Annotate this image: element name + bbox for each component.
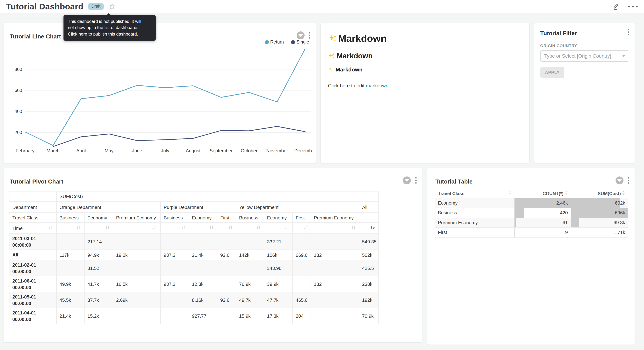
pivot-corner-cell [9,191,56,202]
filter-panel-title: Tutorial Filter [540,30,577,37]
pivot-dimension-label: Department [9,202,56,212]
filter-indicator-icon[interactable] [615,176,624,186]
pivot-sort-header[interactable] [189,223,217,234]
pivot-value-cell: 204 [292,308,311,324]
apply-filter-button[interactable]: APPLY [540,67,564,78]
pivot-sort-header-active[interactable] [359,223,378,234]
y-axis-label: 800 [14,67,22,72]
pivot-all-header: All [359,202,378,212]
pivot-sort-header[interactable] [217,223,236,234]
pivot-class-header: Business [160,212,189,223]
travel-class-cell: Premium Economy [435,218,514,228]
pivot-sort-header[interactable] [113,223,160,234]
pivot-value-cell: 8.16k [189,292,217,308]
pivot-value-cell: 465.6 [292,292,311,308]
sort-icon[interactable] [209,226,214,231]
filter-panel: Tutorial Filter ORIGIN COUNTRY Type or S… [534,23,634,163]
pivot-sort-header[interactable] [236,223,264,234]
pivot-value-cell [217,308,236,324]
sort-icon[interactable] [284,226,290,231]
origin-country-select[interactable]: Type or Select [Origin Country] [540,50,629,62]
tooltip-line-3: Click here to publish this dashboard. [68,31,151,38]
x-axis-label: June [132,148,142,154]
column-header-sum-cost[interactable]: SUM(Cost) [571,189,628,198]
sort-icon[interactable] [302,226,308,231]
pivot-chart-title: Tutorial Pivot Chart [10,178,63,185]
sum-cost-cell: 696k [571,208,628,218]
sum-cost-cell: 602k [571,198,628,208]
sort-icon[interactable] [152,226,158,231]
pivot-value-cell: 132 [311,250,359,260]
table-panel: Tutorial Table Travel ClassCOUNT(*)SUM(C… [428,168,634,344]
x-axis-label: July [161,148,169,154]
more-actions-icon[interactable] [628,6,638,8]
pivot-value-cell [292,276,311,292]
pivot-value-cell: 502k [359,250,378,260]
chart-legend[interactable]: ReturnSingle [265,40,309,44]
sort-caret-icon[interactable] [564,191,568,196]
pivot-chart-panel: Tutorial Pivot Chart SUM(Cost)Department… [4,168,422,342]
pivot-sort-header[interactable] [264,223,292,234]
draft-status-badge[interactable]: Draft [88,3,104,10]
column-header-travel-class[interactable]: Travel Class [435,189,514,198]
pivot-row-header: 2011-02-0100:00:00 [9,260,56,276]
pivot-class-header: Economy [84,212,113,223]
sort-icon[interactable] [228,226,233,231]
pivot-row-header: All [9,250,56,260]
pivot-class-header: Economy [189,212,217,223]
column-header-count[interactable]: COUNT(*) [514,189,571,198]
x-axis-label: October [241,148,258,154]
sort-icon[interactable] [76,226,81,231]
chart-kebab-menu-icon[interactable] [309,32,310,40]
pivot-group-header: Purple Department [160,202,236,212]
sum-cost-cell: 99.8k [571,218,628,228]
filter-indicator-icon[interactable] [403,176,411,186]
pivot-row: 2011-03-0100:00:00217.14332.21549.35 [9,234,378,250]
sort-icon[interactable] [48,225,53,231]
chart-kebab-menu-icon[interactable] [628,177,630,185]
table-row: Premium Economy6199.8k [435,218,628,228]
travel-class-cell: Business [435,208,514,218]
chart-kebab-menu-icon[interactable] [415,177,417,185]
pivot-value-cell [236,234,264,250]
sort-icon[interactable] [256,226,261,231]
pivot-sort-header[interactable] [84,223,113,234]
pivot-sort-header[interactable] [160,223,189,234]
filter-kebab-menu-icon[interactable] [628,29,630,37]
markdown-h2: Markdown [328,52,524,60]
pivot-value-cell [113,308,160,324]
edit-dashboard-button[interactable] [612,3,620,10]
legend-item-return[interactable]: Return [265,40,284,44]
dashboard-page: Tutorial Dashboard Draft This dashboard … [0,0,644,350]
pivot-class-header: Business [236,212,264,223]
pivot-value-cell: 117k [56,250,84,260]
pivot-value-cell [160,260,189,276]
sort-caret-icon[interactable] [508,191,512,196]
top-bar: Tutorial Dashboard Draft [0,0,644,14]
pivot-value-cell [311,234,359,250]
table-row: Business420696k [435,208,628,218]
pivot-row-header: 2011-04-0100:00:00 [9,308,56,324]
pivot-sort-header[interactable] [56,223,84,234]
select-placeholder: Type or Select [Origin Country] [544,53,611,59]
pivot-value-cell: 21.4k [56,308,84,324]
draft-tooltip[interactable]: This dashboard is not published, it will… [64,15,156,40]
sort-desc-icon[interactable] [370,226,376,231]
sort-icon[interactable] [105,226,110,231]
pivot-time-sort-header[interactable]: Time [9,223,56,234]
legend-item-single[interactable]: Single [291,40,309,44]
sort-caret-icon[interactable] [622,191,625,196]
count-cell: 9 [514,228,571,237]
pivot-sort-header[interactable] [292,223,311,234]
sort-icon[interactable] [351,226,356,231]
favorite-star-icon[interactable] [109,3,115,10]
pivot-value-cell: 70.9k [359,308,378,324]
pivot-sort-header[interactable] [311,223,359,234]
markdown-edit-link[interactable]: markdown [366,83,388,88]
sort-icon[interactable] [181,226,186,231]
value-bar [514,218,516,227]
y-axis-label: 400 [14,109,22,114]
pivot-value-cell: 92.6 [217,292,236,308]
legend-dot [265,40,269,44]
pivot-value-cell: 76.9k [236,276,264,292]
